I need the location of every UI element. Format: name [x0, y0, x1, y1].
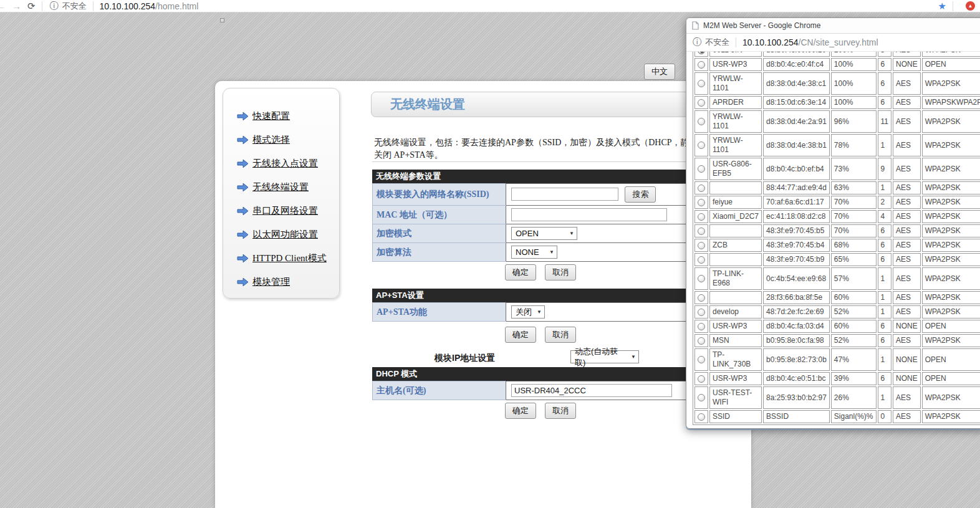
- security-label: 不安全: [705, 37, 729, 48]
- encryption-cell: AES: [893, 410, 921, 423]
- select-network-radio[interactable]: [698, 242, 705, 249]
- confirm-button[interactable]: 确定: [505, 327, 536, 343]
- signal-cell: 57%: [831, 267, 877, 290]
- back-icon[interactable]: ←: [0, 1, 6, 11]
- select-network-radio[interactable]: [698, 256, 705, 264]
- search-button[interactable]: 搜索: [625, 186, 656, 203]
- security-label[interactable]: 不安全: [62, 1, 87, 12]
- arrow-icon: [237, 254, 249, 263]
- ssid-cell: Xiaomi_D2C7: [709, 210, 762, 223]
- select-network-radio[interactable]: [698, 413, 705, 421]
- ssid-cell: APRDER: [709, 96, 762, 109]
- channel-cell: 1: [878, 134, 891, 156]
- auth-cell: WPA2PSK: [922, 410, 980, 423]
- select-network-radio[interactable]: [698, 337, 705, 345]
- enc-alg-select[interactable]: NONE ▼: [511, 246, 557, 259]
- select-network-radio[interactable]: [698, 80, 705, 87]
- encryption-cell: AES: [893, 224, 921, 237]
- ssid-cell: MSN: [709, 334, 762, 347]
- mac-input[interactable]: [511, 208, 667, 221]
- divider: [736, 37, 736, 47]
- select-network-radio[interactable]: [698, 99, 705, 107]
- popup-titlebar[interactable]: M2M Web Server - Google Chrome: [686, 18, 980, 34]
- cancel-button[interactable]: 取消: [545, 327, 576, 343]
- select-network-radio[interactable]: [698, 375, 705, 383]
- signal-cell: 52%: [831, 305, 877, 319]
- encryption-cell: AES: [893, 253, 921, 266]
- enc-mode-label: 加密模式: [373, 224, 506, 243]
- select-network-radio[interactable]: [698, 213, 705, 221]
- select-network-radio[interactable]: [698, 228, 705, 235]
- encryption-cell: AES: [893, 52, 921, 57]
- divider: [93, 1, 94, 11]
- ssid-cell: SSID: [709, 410, 762, 423]
- popup-addressbar[interactable]: ⓘ 不安全 10.10.100.254/CN/site_survey.html: [686, 34, 980, 52]
- channel-cell: 0: [878, 410, 891, 423]
- bssid-cell: 48:3f:e9:70:45:b5: [763, 224, 830, 237]
- bookmark-star-icon[interactable]: ★: [938, 1, 946, 12]
- auth-cell: WPA2PSK: [922, 196, 980, 209]
- encryption-cell: NONE: [893, 348, 921, 371]
- info-icon[interactable]: ⓘ: [693, 37, 701, 48]
- select-network-radio[interactable]: [698, 118, 705, 125]
- select-network-radio[interactable]: [698, 309, 705, 316]
- sidebar-item-quick-config: 快速配置: [237, 104, 339, 128]
- encryption-cell: AES: [893, 72, 921, 95]
- auth-cell: WPA2PSK: [922, 181, 980, 194]
- apsta-func-select[interactable]: 关闭 ▼: [511, 305, 545, 319]
- select-network-radio[interactable]: [698, 199, 705, 206]
- address-bar[interactable]: 10.10.100.254/home.html: [100, 1, 199, 11]
- ssid-cell: USR-WP3: [709, 372, 762, 385]
- encryption-cell: AES: [893, 239, 921, 252]
- channel-cell: 6: [878, 334, 891, 347]
- channel-cell: 1: [878, 348, 891, 371]
- ssid-cell: [709, 181, 762, 194]
- ssid-cell: USR-G806-EFB5: [709, 158, 762, 180]
- encryption-cell: AES: [893, 305, 921, 319]
- select-network-radio[interactable]: [698, 323, 705, 330]
- ssid-cell: USR-WP3: [709, 320, 762, 333]
- select-network-radio[interactable]: [698, 275, 705, 282]
- auth-cell: WPA2PSK: [922, 224, 980, 237]
- select-network-radio[interactable]: [698, 165, 705, 173]
- select-network-radio[interactable]: [698, 61, 705, 69]
- hostname-input[interactable]: [511, 384, 672, 397]
- cancel-button[interactable]: 取消: [545, 264, 576, 280]
- survey-row: USR-G806-EFB5 d8:b0:4c:b0:ef:b4 73% 9 AE…: [694, 158, 980, 180]
- signal-cell: 63%: [831, 181, 877, 194]
- sidebar-item-module-mgmt: 模块管理: [237, 270, 339, 294]
- enc-mode-select[interactable]: OPEN ▼: [511, 227, 577, 240]
- select-network-radio[interactable]: [698, 52, 705, 54]
- auth-cell: WPA2PSK: [922, 239, 980, 252]
- select-network-radio[interactable]: [698, 185, 705, 192]
- reload-icon[interactable]: ⟳: [27, 1, 36, 12]
- sidebar: 快速配置 模式选择 无线接入点设置 无线终端设置 串口及网络设置: [223, 88, 340, 299]
- info-icon[interactable]: ⓘ: [50, 1, 59, 12]
- signal-cell: 100%: [831, 72, 877, 95]
- encryption-cell: AES: [893, 110, 921, 133]
- channel-cell: 6: [878, 320, 891, 333]
- channel-cell: 4: [878, 210, 891, 223]
- language-button[interactable]: 中文: [644, 64, 675, 80]
- signal-cell: 47%: [831, 348, 877, 371]
- encryption-cell: AES: [893, 267, 921, 290]
- channel-cell: 6: [878, 239, 891, 252]
- extension-icon[interactable]: ▲: [966, 1, 975, 11]
- survey-row: TP-LINK_730B b0:95:8e:82:73:0b 47% 1 NON…: [694, 348, 980, 371]
- ip-setting-select[interactable]: 动态(自动获取) ▼: [570, 350, 639, 363]
- bssid-cell: d8:b0:4c:e0:4f:c4: [763, 58, 830, 71]
- arrow-icon: [237, 230, 249, 239]
- select-network-radio[interactable]: [698, 394, 705, 401]
- signal-cell: Siganl(%)%: [831, 410, 877, 423]
- auth-cell: WPA2PSK: [922, 110, 980, 133]
- ssid-input[interactable]: [511, 188, 618, 201]
- forward-icon[interactable]: →: [12, 1, 21, 11]
- screen: ← → ⟳ ⓘ 不安全 10.10.100.254/home.html ★ ▲ …: [0, 0, 980, 508]
- confirm-button[interactable]: 确定: [505, 264, 536, 280]
- confirm-button[interactable]: 确定: [505, 403, 536, 419]
- cancel-button[interactable]: 取消: [545, 403, 576, 419]
- select-network-radio[interactable]: [698, 141, 705, 149]
- select-network-radio[interactable]: [698, 356, 705, 363]
- encryption-cell: NONE: [893, 320, 921, 333]
- select-network-radio[interactable]: [698, 294, 705, 302]
